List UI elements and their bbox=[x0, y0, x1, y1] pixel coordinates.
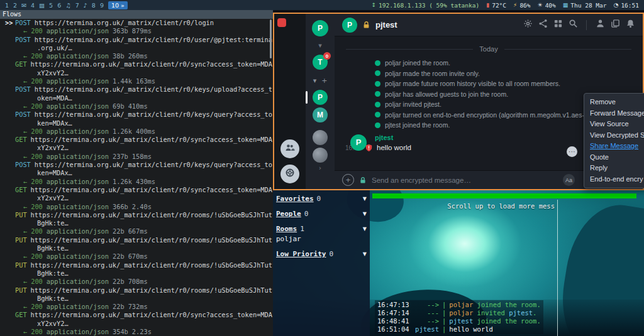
room-avatar-p[interactable]: P bbox=[313, 90, 328, 105]
collapse-icon[interactable]: ▾ bbox=[313, 77, 317, 85]
collapse-arrow-icon[interactable]: ▼ bbox=[363, 251, 367, 257]
prefix-separator: | bbox=[442, 317, 446, 325]
flow-response-line: ←200application/json22b670ms bbox=[0, 252, 273, 261]
search-button[interactable] bbox=[568, 20, 578, 30]
workspace-2[interactable]: 2 bbox=[13, 2, 17, 9]
flow-row[interactable]: GEThttps://termina.org.uk/_matrix/client… bbox=[0, 186, 273, 211]
response-time: 163ms bbox=[136, 77, 155, 85]
content-type: application/json bbox=[47, 27, 109, 35]
workspace-6[interactable]: 5 bbox=[49, 2, 53, 9]
http-method: PUT bbox=[15, 261, 27, 269]
status-code: 200 bbox=[31, 127, 43, 135]
section-header[interactable]: Favorites0▼ bbox=[276, 195, 367, 203]
flow-row[interactable]: POSThttps://termina.org.uk/_matrix/clien… bbox=[0, 111, 273, 136]
notifications-button[interactable] bbox=[625, 20, 635, 30]
workspace-4[interactable]: 4 bbox=[31, 2, 35, 9]
scroll-down-chevron-icon[interactable]: › bbox=[319, 164, 321, 172]
response-arrow-icon: ← bbox=[23, 153, 27, 160]
workspace-12[interactable]: 9 bbox=[100, 2, 104, 9]
files-button[interactable] bbox=[610, 20, 620, 30]
menu-item-forward-message[interactable]: Forward Message bbox=[584, 108, 644, 119]
message-body: poljar invited pjtest. bbox=[449, 309, 536, 317]
workspace-1[interactable]: 1 bbox=[5, 2, 9, 9]
response-size: 22b bbox=[113, 227, 125, 235]
flow-row[interactable]: PUThttps://termina.org.uk/_matrix/client… bbox=[0, 211, 273, 236]
formatting-button[interactable]: Aa bbox=[563, 174, 575, 186]
flow-row[interactable]: PUThttps://termina.org.uk/_matrix/client… bbox=[0, 286, 273, 312]
flow-row[interactable]: >>POSThttps://termina.org.uk/_matrix/cli… bbox=[0, 19, 273, 36]
workspace-7[interactable]: 6 bbox=[57, 2, 61, 9]
flow-row[interactable]: POSThttps://termina.org.uk/_matrix/clien… bbox=[0, 36, 273, 61]
menu-item-quote[interactable]: Quote bbox=[584, 152, 644, 163]
chat-terminal: Scroll up to load more mess 16:47:13-->|… bbox=[372, 190, 644, 336]
section-header[interactable]: Rooms1▼ bbox=[276, 225, 367, 233]
sender-avatar[interactable]: P bbox=[350, 134, 367, 151]
workspace-3[interactable]: ✉ bbox=[21, 2, 26, 9]
integrations-button[interactable] bbox=[553, 20, 563, 30]
collapse-arrow-icon[interactable]: ▼ bbox=[363, 196, 367, 202]
message-body: poljar joined the room. bbox=[449, 301, 540, 309]
event-text: poljar has allowed guests to join the ro… bbox=[385, 90, 508, 98]
collapse-arrow-icon[interactable]: ▼ bbox=[363, 226, 367, 232]
flow-row[interactable]: PUThttps://termina.org.uk/_matrix/client… bbox=[0, 261, 273, 286]
message-options-button[interactable]: ··· bbox=[567, 146, 577, 157]
response-arrow-icon: ← bbox=[23, 328, 27, 335]
battery-value: 86% bbox=[519, 2, 530, 9]
workspace-11[interactable]: 8 bbox=[92, 2, 96, 9]
community-avatar-red[interactable] bbox=[277, 18, 286, 27]
workspace-8[interactable]: ♫ bbox=[65, 2, 71, 9]
scroll-up-chevron-icon[interactable]: ▾ bbox=[318, 41, 322, 50]
section-count: 0 bbox=[329, 250, 333, 258]
status-code: 200 bbox=[31, 227, 43, 235]
flow-row[interactable]: POSThttps://termina.org.uk/_matrix/clien… bbox=[0, 161, 273, 186]
http-method: GET bbox=[15, 311, 27, 318]
request-url-continued: BgHk:te… bbox=[37, 269, 69, 277]
community-avatar-main[interactable]: P bbox=[312, 20, 328, 36]
menu-item-reply[interactable]: Reply bbox=[584, 163, 644, 174]
scrollbar-thumb[interactable] bbox=[270, 19, 272, 58]
workspace-5[interactable]: ▤ bbox=[39, 2, 45, 9]
add-room-icon[interactable]: + bbox=[321, 77, 327, 85]
flow-row[interactable]: POSThttps://termina.org.uk/_matrix/clien… bbox=[0, 85, 273, 111]
status-code: 200 bbox=[31, 178, 43, 185]
menu-item-share-message[interactable]: Share Message bbox=[584, 141, 644, 152]
request-url-continued: oken=MDA… bbox=[37, 94, 72, 102]
response-time: 708ms bbox=[128, 278, 148, 285]
share-room-button[interactable] bbox=[538, 20, 548, 30]
flow-row[interactable]: GEThttps://termina.org.uk/_matrix/client… bbox=[0, 60, 273, 85]
http-method: POST bbox=[15, 111, 31, 118]
request-url-wrap: xY2xvY2… bbox=[0, 320, 273, 328]
room-avatar-t[interactable]: T0 bbox=[313, 55, 328, 70]
room-list-item[interactable]: poljar bbox=[276, 235, 367, 243]
workspace-13[interactable]: 10 » bbox=[108, 1, 128, 9]
menu-item-view-decrypted-s[interactable]: View Decrypted S bbox=[584, 130, 644, 141]
room-avatar-photo-1[interactable] bbox=[313, 130, 328, 145]
flow-response-line: ←200application/json22b732ms bbox=[0, 303, 273, 311]
room-avatar-m[interactable]: M bbox=[313, 107, 328, 122]
workspace-9[interactable]: 7 bbox=[75, 2, 79, 9]
members-panel-button[interactable] bbox=[280, 139, 299, 158]
response-arrow-icon: ← bbox=[23, 52, 27, 60]
section-header[interactable]: Low Priority0▼ bbox=[276, 250, 367, 258]
message-timestamp: 16:51:04 bbox=[377, 325, 411, 333]
request-url: https://termina.org.uk/_matrix/client/r0… bbox=[31, 211, 272, 219]
message-input[interactable]: Send an encrypted message… bbox=[372, 176, 558, 184]
flow-row[interactable]: PUThttps://termina.org.uk/_matrix/client… bbox=[0, 236, 273, 261]
members-button[interactable] bbox=[595, 20, 605, 30]
pane-divider[interactable] bbox=[557, 200, 558, 336]
room-settings-button[interactable] bbox=[523, 20, 533, 30]
section-header[interactable]: People0▼ bbox=[276, 210, 367, 218]
flow-row[interactable]: GEThttps://termina.org.uk/_matrix/client… bbox=[0, 136, 273, 161]
message-prefix: --> bbox=[411, 301, 439, 309]
collapse-arrow-icon[interactable]: ▼ bbox=[363, 211, 367, 217]
menu-item-remove[interactable]: Remove bbox=[584, 97, 644, 108]
flow-row[interactable]: GEThttps://termina.org.uk/_matrix/client… bbox=[0, 311, 273, 336]
menu-item-end-to-end-encry[interactable]: End-to-end encry bbox=[584, 174, 644, 185]
response-time: 400ms bbox=[136, 127, 155, 135]
room-avatar-photo-2[interactable] bbox=[313, 148, 328, 163]
room-avatar[interactable]: P bbox=[342, 18, 357, 33]
menu-item-view-source[interactable]: View Source bbox=[584, 119, 644, 130]
workspace-10[interactable]: ♪ bbox=[84, 2, 87, 9]
attachment-button[interactable]: + bbox=[342, 174, 354, 186]
help-button[interactable] bbox=[280, 165, 299, 183]
